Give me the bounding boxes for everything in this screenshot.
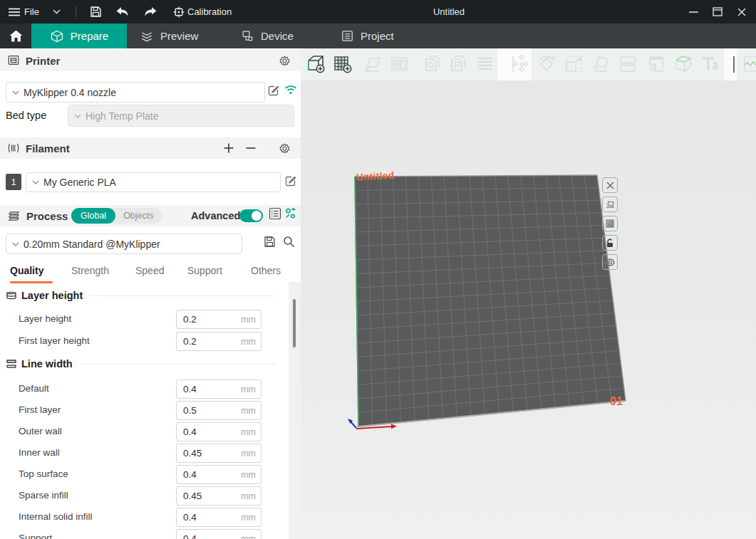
lock-plate-icon[interactable] — [602, 235, 618, 251]
tab-strength[interactable]: Strength — [71, 265, 109, 276]
scope-objects[interactable]: Objects — [115, 211, 161, 221]
support-line-width-field[interactable]: mm — [176, 529, 262, 539]
param-unit: mm — [241, 384, 261, 394]
build-plate[interactable] — [301, 48, 756, 539]
param-input[interactable] — [177, 314, 233, 325]
scope-global[interactable]: Global — [71, 208, 115, 224]
tab-preview[interactable]: Preview — [140, 23, 229, 48]
bed-type-combo[interactable]: High Temp Plate — [68, 105, 294, 127]
default-line-width-field[interactable]: mm — [176, 380, 262, 399]
file-menu-chevron[interactable] — [53, 0, 61, 23]
tune-icon[interactable] — [284, 207, 297, 220]
close-icon[interactable] — [730, 0, 754, 23]
search-icon[interactable] — [283, 236, 295, 248]
filament-section-header: Filament — [0, 137, 301, 159]
param-input[interactable] — [177, 384, 233, 394]
section-layer-height: Layer height — [6, 290, 285, 301]
delete-plate-icon[interactable] — [602, 177, 618, 193]
redo-icon[interactable] — [143, 0, 157, 23]
preview-icon — [140, 29, 154, 43]
process-icon — [7, 210, 21, 222]
internal-solid-infill-line-width-field[interactable]: mm — [176, 508, 262, 527]
param-input[interactable] — [177, 405, 233, 416]
param-unit: mm — [241, 470, 261, 480]
scope-toggle[interactable]: Global Objects — [71, 208, 162, 224]
maximize-icon[interactable] — [705, 0, 730, 23]
calibration-icon[interactable] — [173, 0, 185, 23]
wifi-icon[interactable] — [284, 85, 297, 95]
undo-icon[interactable] — [115, 0, 130, 23]
filament-slot-badge[interactable]: 1 — [6, 174, 21, 190]
chevron-down-icon — [12, 90, 19, 95]
param-unit: mm — [241, 315, 261, 325]
sparse-infill-line-width-field[interactable]: mm — [176, 486, 262, 506]
save-icon[interactable] — [90, 0, 102, 23]
tab-others[interactable]: Others — [251, 265, 281, 276]
param-unit: mm — [241, 449, 261, 459]
param-unit: mm — [241, 491, 261, 501]
param-input[interactable] — [177, 448, 233, 459]
edit-printer-icon[interactable] — [268, 85, 279, 96]
home-icon[interactable] — [0, 23, 31, 48]
filament-icon — [7, 142, 20, 154]
minimize-icon[interactable] — [681, 0, 705, 23]
list-settings-icon[interactable] — [269, 207, 281, 220]
tab-quality[interactable]: Quality — [10, 265, 43, 276]
param-input[interactable] — [177, 427, 233, 437]
param-label: Default — [19, 383, 49, 394]
param-row: Top surface mm — [0, 465, 289, 484]
filament-settings-gear-icon[interactable] — [279, 142, 291, 155]
orient-plate-icon[interactable] — [602, 197, 618, 212]
tab-project-label: Project — [361, 30, 394, 42]
process-preset-value: 0.20mm Standard @MyKlipper — [24, 239, 160, 250]
param-unit: mm — [241, 427, 261, 437]
param-input[interactable] — [177, 491, 233, 501]
tab-project[interactable]: Project — [341, 23, 412, 48]
chevron-down-icon — [12, 242, 19, 246]
tab-speed[interactable]: Speed — [135, 265, 164, 276]
tab-prepare[interactable]: Prepare — [31, 23, 127, 48]
top-surface-line-width-field[interactable]: mm — [176, 465, 262, 484]
menu-icon[interactable] — [9, 0, 20, 23]
inner-wall-line-width-field[interactable]: mm — [176, 444, 262, 463]
advanced-toggle[interactable] — [239, 209, 263, 222]
toolbar-divider — [76, 6, 76, 17]
calibration-label[interactable]: Calibration — [187, 0, 232, 23]
process-preset-combo[interactable]: 0.20mm Standard @MyKlipper — [6, 234, 242, 254]
tab-device[interactable]: Device — [241, 23, 315, 48]
param-row: Internal solid infill mm — [0, 508, 289, 527]
printer-preset-value: MyKlipper 0.4 nozzle — [24, 87, 116, 98]
scrollbar-thumb[interactable] — [293, 299, 296, 347]
process-tabs: Quality Strength Speed Support Others — [0, 262, 289, 283]
viewport-3d[interactable]: Untitled 01 — [301, 48, 756, 539]
plate-settings-icon[interactable] — [602, 254, 618, 270]
section-title: Layer height — [21, 290, 83, 301]
sidebar: Printer MyKlipper 0.4 nozzle Bed type Hi… — [0, 48, 301, 539]
save-preset-icon[interactable] — [264, 236, 276, 248]
advanced-label: Advanced — [191, 210, 240, 221]
layer-height-field[interactable]: mm — [176, 310, 262, 329]
sidebar-scroll-track[interactable] — [289, 282, 301, 539]
printer-preset-combo[interactable]: MyKlipper 0.4 nozzle — [6, 82, 265, 103]
param-input[interactable] — [177, 336, 233, 347]
add-filament-icon[interactable] — [224, 143, 234, 153]
param-label: Layer height — [19, 313, 71, 324]
arrange-plate-icon[interactable] — [602, 216, 618, 231]
tab-support[interactable]: Support — [187, 265, 222, 276]
remove-filament-icon[interactable] — [246, 147, 256, 150]
param-label: First layer — [19, 404, 61, 415]
param-row: Support mm — [0, 529, 289, 539]
project-icon — [341, 29, 354, 43]
param-row: Sparse infill mm — [0, 486, 289, 506]
filament-preset-combo[interactable]: My Generic PLA — [26, 172, 281, 192]
bed-type-label: Bed type — [6, 110, 46, 121]
first-layer-height-field[interactable]: mm — [176, 332, 262, 351]
first-layer-line-width-field[interactable]: mm — [176, 401, 262, 420]
printer-settings-gear-icon[interactable] — [279, 55, 291, 67]
param-input[interactable] — [177, 512, 233, 523]
file-menu[interactable]: File — [24, 0, 39, 23]
param-input[interactable] — [177, 469, 233, 480]
edit-filament-icon[interactable] — [285, 175, 296, 187]
param-input[interactable] — [177, 533, 233, 539]
outer-wall-line-width-field[interactable]: mm — [176, 422, 262, 441]
